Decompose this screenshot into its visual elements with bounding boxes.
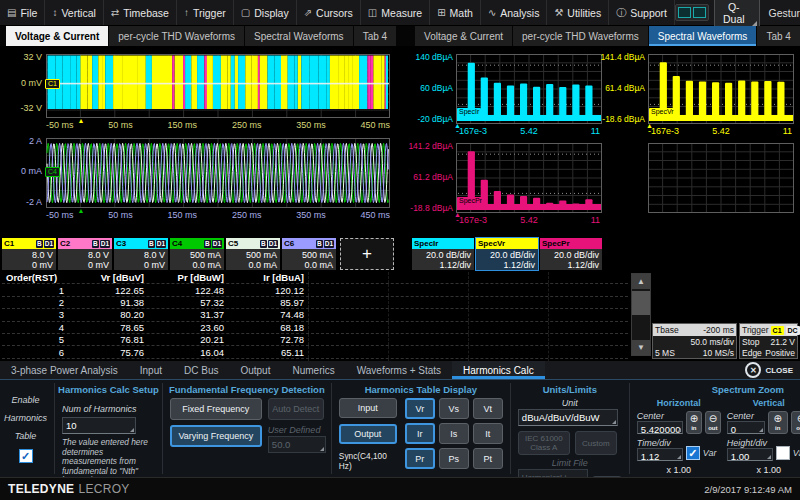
spec-descriptor-specir[interactable]: SpecIr20.0 dB/div1.12/div (412, 238, 474, 270)
table-cell: 74.48 (228, 309, 308, 320)
height-div-input[interactable]: 1.00 (727, 448, 773, 461)
channel-descriptor-c5[interactable]: C5BD1500 mA0.0 mA (226, 238, 280, 270)
tab-right-tab-4[interactable]: Tab 4 (757, 26, 800, 46)
dialog-tab-3-phase-power-analysis[interactable]: 3-phase Power Analysis (0, 361, 129, 379)
x-tick-label: 11 (783, 126, 792, 136)
menu-item-timebase[interactable]: ⇄Timebase (104, 0, 177, 25)
v-center-input[interactable]: 0 (727, 421, 765, 434)
h-center-input[interactable]: 5.420000 (637, 421, 683, 434)
column-header: Order(RST) (2, 272, 68, 283)
measure-button-is[interactable]: Is (439, 423, 469, 444)
menu-item-vertical[interactable]: ↕Vertical (45, 0, 103, 25)
measure-button-vt[interactable]: Vt (473, 398, 503, 419)
custom-limits-button[interactable]: Custom (575, 431, 617, 455)
plot-canvas[interactable]: SpecVr (648, 54, 794, 124)
tab-left-spectral-waveforms[interactable]: Spectral Waveforms (245, 26, 354, 46)
scroll-up-button[interactable]: ▲ (632, 274, 650, 289)
dialog-tab-dc-bus[interactable]: DC Bus (173, 361, 229, 379)
scroll-thumb[interactable] (632, 291, 650, 315)
output-button[interactable]: Output (339, 424, 397, 444)
x-axis-labels: ▲-167e-35.4211 (456, 124, 602, 137)
y-tick-label: 61.2 dBµA (413, 172, 453, 182)
tab-right-per-cycle-thd-waveforms[interactable]: per-cycle THD Waveforms (513, 26, 649, 46)
v-zoom-out-button[interactable]: ⊖ out (791, 411, 800, 434)
measure-button-it[interactable]: It (473, 423, 503, 444)
trace-label-specir: SpecIr (457, 108, 481, 116)
input-button[interactable]: Input (339, 398, 397, 418)
q-dual-button[interactable]: Q-Dual (714, 0, 760, 29)
dialog-tab-numerics[interactable]: Numerics (281, 361, 345, 379)
menu-item-file[interactable]: ▤File (0, 0, 45, 25)
empty-cell (388, 284, 468, 295)
scroll-down-button[interactable]: ▼ (632, 340, 650, 355)
menu-item-analysis[interactable]: ∿Analysis (481, 0, 548, 25)
spec-descriptor-specvr[interactable]: SpecVr20.0 dB/div1.12/div (476, 238, 538, 270)
plot-canvas[interactable]: C4 (46, 138, 390, 208)
zoom-in-icon: ⊕ (690, 414, 698, 424)
plot-canvas[interactable] (648, 143, 794, 213)
dialog-tab-input[interactable]: Input (129, 361, 173, 379)
tab-right-spectral-waveforms[interactable]: Spectral Waveforms (649, 26, 758, 46)
iec-class-a-button[interactable]: IEC 61000 Class A (518, 431, 570, 455)
channel-descriptor-c4[interactable]: C4BD1500 mA0.0 mA (170, 238, 224, 270)
tab-right-voltage-current[interactable]: Voltage & Current (415, 26, 513, 46)
menu-item-measure[interactable]: ◫Measure (361, 0, 430, 25)
menu-item-trigger[interactable]: ↑Trigger (177, 0, 234, 25)
num-harmonics-input[interactable]: 10 (62, 417, 136, 434)
v-zoom-in-button[interactable]: ⊕ in (768, 411, 788, 434)
trigger-descriptor[interactable]: Trigger C1 DC Stop 21.2 V Edge Positive (739, 323, 798, 359)
table-cell: 68.18 (228, 322, 308, 333)
tab-left-tab-4[interactable]: Tab 4 (354, 26, 397, 46)
plot-canvas[interactable]: SpecIr (456, 54, 602, 124)
channel-descriptor-c2[interactable]: C2BD18.0 V0 mV (58, 238, 112, 270)
measure-button-ps[interactable]: Ps (439, 448, 469, 469)
dialog-tab-harmonics-calc[interactable]: Harmonics Calc (452, 361, 545, 379)
measure-button-vr[interactable]: Vr (405, 398, 435, 419)
auto-detect-button[interactable]: Auto Detect (268, 398, 324, 420)
enable-harmonics-checkbox[interactable]: ✓ (19, 449, 33, 463)
time-div-input[interactable]: 1.12 (637, 448, 683, 461)
h-zoom-in-button[interactable]: ⊕ in (686, 411, 702, 434)
tab-left-per-cycle-thd-waveforms[interactable]: per-cycle THD Waveforms (109, 26, 245, 46)
channel-descriptor-c3[interactable]: C3BD18.0 V0 mV (114, 238, 168, 270)
display-mode-thumbnails-icon[interactable] (675, 4, 709, 21)
dialog-tab-waveforms-stats[interactable]: Waveforms + Stats (346, 361, 452, 379)
spec-div: 1.12/div (479, 260, 535, 270)
plot-canvas[interactable]: SpecPr (456, 143, 602, 213)
varying-frequency-button[interactable]: Varying Frequency (170, 425, 262, 447)
menu-item-support[interactable]: ⓘSupport (609, 0, 675, 25)
timebase-descriptor[interactable]: Tbase -200 ms 50.0 ms/div 5 MS 10 MS/s (652, 323, 737, 359)
close-button[interactable]: ✕ CLOSE (745, 361, 800, 379)
x-tick-label: 450 ms (360, 120, 390, 131)
h-var-checkbox[interactable]: ✓ (686, 446, 700, 460)
h-zoom-out-button[interactable]: ⊖ out (705, 411, 721, 434)
dialog-tab-row: 3-phase Power AnalysisInputDC BusOutputN… (0, 361, 800, 380)
dialog-tab-output[interactable]: Output (229, 361, 281, 379)
user-defined-input[interactable]: 50.0 (268, 436, 326, 453)
channel-descriptor-c1[interactable]: C1BD18.0 V0 mV (2, 238, 56, 270)
unit-select[interactable]: dBuA/dBuV/dBuW (518, 409, 618, 426)
spectrum-plot-empty (606, 143, 796, 226)
menu-item-math[interactable]: ⊞Math (430, 0, 481, 25)
channel-descriptor-c6[interactable]: C6BD1500 mA0.0 mA (282, 238, 336, 270)
fixed-frequency-button[interactable]: Fixed Frequency (170, 398, 262, 420)
plot-canvas[interactable]: C1 (46, 54, 390, 118)
tab-left-voltage-current[interactable]: Voltage & Current (6, 26, 109, 46)
table-scrollbar[interactable]: ▲ ▼ (631, 273, 651, 356)
measure-button-pt[interactable]: Pt (473, 448, 503, 469)
calc-setup-title: Harmonics Calc Setup (58, 384, 159, 395)
channel-values: 500 mA0.0 mA (226, 249, 280, 270)
table-cell: 72.78 (228, 334, 308, 345)
menu-item-display[interactable]: ▢Display (234, 0, 297, 25)
menu-item-cursors[interactable]: ⇗Cursors (297, 0, 361, 25)
spec-header: SpecIr (412, 238, 474, 249)
measure-button-ir[interactable]: Ir (405, 423, 435, 444)
v-var-checkbox[interactable]: ✓ (776, 446, 790, 460)
descriptor-row: C1BD18.0 V0 mVC2BD18.0 V0 mVC3BD18.0 V0 … (0, 237, 800, 270)
column-header: Pr [dBuW] (148, 272, 228, 283)
measure-button-vs[interactable]: Vs (439, 398, 469, 419)
menu-item-utilities[interactable]: ⚒Utilities (547, 0, 609, 25)
spec-descriptor-specpr[interactable]: SpecPr20.0 dB/div1.12/div (540, 238, 602, 270)
add-trace-button[interactable]: + (340, 238, 394, 270)
measure-button-pr[interactable]: Pr (405, 448, 435, 469)
